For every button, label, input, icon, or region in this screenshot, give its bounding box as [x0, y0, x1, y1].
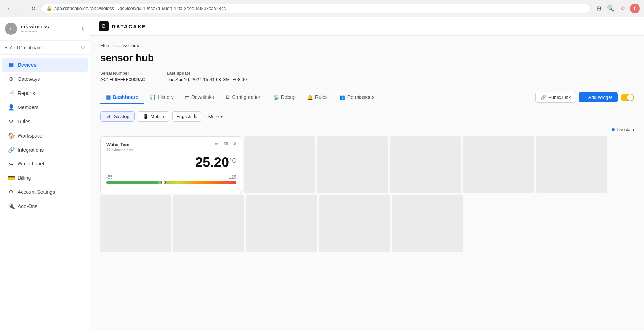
sidebar-item-billing[interactable]: 💳 Billing	[2, 171, 88, 185]
translate-icon[interactable]: ⊞	[594, 4, 604, 13]
workspace-selector[interactable]: r rak wireless •••••••••••• ⇅	[0, 17, 90, 41]
sidebar-item-integrations[interactable]: 🔗 Integrations	[2, 143, 88, 157]
more-label: More	[208, 114, 219, 119]
integrations-icon: 🔗	[8, 146, 14, 153]
more-button[interactable]: More ▾	[204, 111, 228, 122]
empty-grid-cell	[392, 195, 463, 252]
add-widget-button[interactable]: + Add Widget	[579, 92, 618, 102]
serial-number-group: Serial Number AC1F09FFFE0909AC	[100, 71, 145, 82]
desktop-icon: 🖥	[106, 114, 110, 119]
debug-tab-icon: 📡	[273, 94, 279, 100]
breadcrumb-current: sensor hub	[116, 43, 139, 48]
bookmark-icon[interactable]: ☆	[618, 4, 628, 13]
logo: D DATACAKE	[99, 21, 146, 31]
last-update-value: Tue Apr 16, 2024 15:41:08 GMT+08:00	[167, 77, 247, 82]
widget-toolbar: ✏ ⧉ ✕	[213, 140, 239, 147]
permissions-tab-icon: 👥	[339, 94, 345, 100]
sidebar-item-rules[interactable]: ⚙ Rules	[2, 114, 88, 128]
config-tab-label: Configuration	[232, 94, 262, 100]
live-data-indicator: Live data	[100, 127, 634, 132]
downlinks-tab-icon: ⇄	[185, 94, 189, 100]
gauge-labels: -55 125	[106, 175, 236, 180]
tab-downlinks[interactable]: ⇄ Downlinks	[179, 91, 220, 104]
plus-icon: +	[5, 45, 8, 50]
workspace-subtitle: ••••••••••••	[21, 29, 78, 34]
rules-icon: ⚙	[8, 118, 14, 125]
sidebar-item-add-ons[interactable]: 🔌 Add-Ons	[2, 199, 88, 213]
dashboard-settings-icon[interactable]: ⚙	[80, 44, 85, 51]
tab-rules[interactable]: 🔔 Rules	[301, 91, 334, 104]
more-chevron-icon: ▾	[220, 114, 223, 119]
breadcrumb: Fleet › sensor hub	[100, 43, 634, 48]
live-dot-icon	[612, 128, 615, 131]
live-data-label: Live data	[617, 127, 634, 132]
white-label-icon: 🏷	[8, 161, 14, 167]
gateways-icon: ⊕	[8, 75, 14, 82]
sidebar: r rak wireless •••••••••••• ⇅ + Add Dash…	[0, 17, 90, 331]
tabs-bar: ▦ Dashboard 📊 History ⇄ Downlinks ⚙ Conf…	[100, 91, 634, 104]
live-toggle[interactable]: ✓	[621, 94, 634, 101]
members-icon: 👤	[8, 104, 14, 111]
sidebar-item-gateways[interactable]: ⊕ Gateways	[2, 72, 88, 86]
sidebar-item-members[interactable]: 👤 Members	[2, 100, 88, 114]
tab-history[interactable]: 📊 History	[144, 91, 179, 104]
empty-grid-cell	[319, 195, 390, 252]
account-settings-icon: ⚙	[8, 189, 14, 195]
toggle-check-icon: ✓	[629, 95, 632, 99]
reports-icon: 📄	[8, 90, 14, 96]
history-tab-label: History	[158, 94, 174, 100]
sidebar-item-account-settings[interactable]: ⚙ Account Settings	[2, 185, 88, 199]
widget-close-button[interactable]: ✕	[231, 140, 239, 147]
devices-label: Devices	[18, 62, 37, 68]
workspace-icon: 🏠	[8, 132, 14, 139]
tab-permissions[interactable]: 👥 Permissions	[334, 91, 380, 104]
sidebar-item-white-label[interactable]: 🏷 White Label	[2, 157, 88, 170]
tab-debug[interactable]: 📡 Debug	[267, 91, 301, 104]
rules-tab-icon: 🔔	[307, 94, 313, 100]
tab-dashboard[interactable]: ▦ Dashboard	[100, 91, 144, 104]
sidebar-navigation: ▣ Devices ⊕ Gateways 📄 Reports 👤 Members…	[0, 55, 90, 331]
billing-icon: 💳	[8, 174, 14, 181]
public-link-button[interactable]: 🔗 Public Link	[535, 92, 576, 103]
dashboard-area: ✏ ⧉ ✕ Water Tem 12 minutes ago 25.20 °C …	[100, 136, 634, 252]
breadcrumb-fleet[interactable]: Fleet	[100, 43, 111, 48]
widget-edit-button[interactable]: ✏	[213, 140, 220, 147]
back-button[interactable]: ←	[4, 4, 14, 13]
workspace-name: rak wireless	[21, 24, 78, 29]
gauge-track	[106, 181, 236, 184]
forward-button[interactable]: →	[16, 4, 26, 13]
public-link-label: Public Link	[548, 95, 571, 100]
empty-grid-cell	[244, 136, 315, 193]
profile-avatar[interactable]: r	[630, 4, 640, 13]
add-widget-label: + Add Widget	[584, 95, 612, 100]
config-tab-icon: ⚙	[225, 94, 230, 100]
gateways-label: Gateways	[18, 76, 40, 82]
rules-label: Rules	[18, 119, 30, 124]
mobile-label: Mobile	[151, 114, 164, 119]
reload-button[interactable]: ↻	[28, 4, 38, 13]
sidebar-item-devices[interactable]: ▣ Devices	[2, 58, 88, 72]
add-ons-label: Add-Ons	[18, 203, 37, 209]
billing-label: Billing	[18, 175, 31, 181]
water-temperature-widget: ✏ ⧉ ✕ Water Tem 12 minutes ago 25.20 °C …	[100, 136, 242, 193]
breadcrumb-separator: ›	[113, 43, 114, 48]
mobile-view-button[interactable]: 📱 Mobile	[138, 111, 169, 122]
add-dashboard-button[interactable]: + Add Dashboard	[5, 45, 42, 50]
tab-configuration[interactable]: ⚙ Configuration	[220, 91, 267, 104]
resize-handle-icon[interactable]: ⤡	[237, 187, 240, 191]
widget-value: 25.20	[195, 156, 229, 169]
sidebar-item-workspace[interactable]: 🏠 Workspace	[2, 129, 88, 142]
add-dashboard-row: + Add Dashboard ⚙	[0, 41, 90, 55]
white-label-label: White Label	[18, 161, 44, 167]
debug-tab-label: Debug	[281, 94, 296, 100]
zoom-icon[interactable]: 🔍	[606, 4, 616, 13]
empty-grid-cell	[100, 195, 171, 252]
page-title: sensor hub	[100, 52, 634, 64]
widget-value-row: 25.20 °C	[106, 156, 236, 169]
browser-actions: ⊞ 🔍 ☆ r	[594, 4, 640, 13]
address-bar[interactable]: 🔒 app.datacake.de/rak-wireless-1/devices…	[41, 4, 591, 13]
widget-copy-button[interactable]: ⧉	[222, 140, 230, 147]
language-selector[interactable]: English ⇅	[172, 111, 201, 122]
desktop-view-button[interactable]: 🖥 Desktop	[100, 111, 135, 122]
sidebar-item-reports[interactable]: 📄 Reports	[2, 86, 88, 100]
